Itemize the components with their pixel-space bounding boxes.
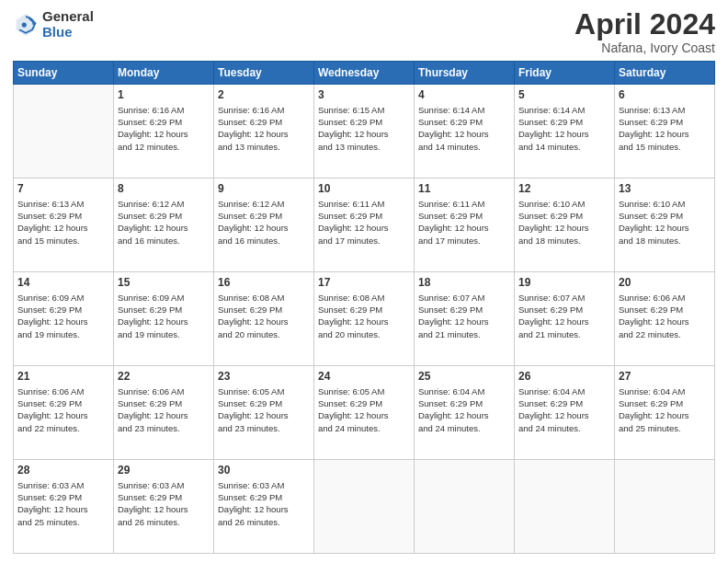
day-info: Sunrise: 6:12 AM Sunset: 6:29 PM Dayligh…: [218, 198, 310, 247]
day-number: 28: [17, 463, 109, 478]
calendar-body: 1Sunrise: 6:16 AM Sunset: 6:29 PM Daylig…: [14, 85, 715, 554]
day-number: 17: [318, 275, 410, 291]
calendar-table: SundayMondayTuesdayWednesdayThursdayFrid…: [13, 61, 715, 554]
week-row-0: 1Sunrise: 6:16 AM Sunset: 6:29 PM Daylig…: [14, 85, 715, 178]
calendar-cell: 28Sunrise: 6:03 AM Sunset: 6:29 PM Dayli…: [14, 460, 114, 554]
calendar-cell: 10Sunrise: 6:11 AM Sunset: 6:29 PM Dayli…: [314, 178, 415, 272]
header: General Blue April 2024 Nafana, Ivory Co…: [13, 9, 715, 55]
title-block: April 2024 Nafana, Ivory Coast: [574, 9, 715, 55]
day-number: 23: [218, 369, 310, 385]
day-number: 15: [118, 275, 210, 291]
calendar-cell: 6Sunrise: 6:13 AM Sunset: 6:29 PM Daylig…: [615, 85, 715, 178]
day-info: Sunrise: 6:05 AM Sunset: 6:29 PM Dayligh…: [218, 385, 310, 434]
logo-blue-text: Blue: [42, 25, 94, 40]
day-number: 12: [518, 181, 610, 197]
day-info: Sunrise: 6:09 AM Sunset: 6:29 PM Dayligh…: [118, 292, 210, 340]
calendar-cell: 13Sunrise: 6:10 AM Sunset: 6:29 PM Dayli…: [615, 178, 715, 272]
calendar-cell: 26Sunrise: 6:04 AM Sunset: 6:29 PM Dayli…: [515, 366, 615, 460]
week-row-4: 28Sunrise: 6:03 AM Sunset: 6:29 PM Dayli…: [14, 460, 715, 554]
day-info: Sunrise: 6:15 AM Sunset: 6:29 PM Dayligh…: [318, 104, 410, 153]
calendar-cell: 20Sunrise: 6:06 AM Sunset: 6:29 PM Dayli…: [615, 272, 715, 366]
day-number: 13: [619, 181, 711, 197]
day-info: Sunrise: 6:16 AM Sunset: 6:29 PM Dayligh…: [218, 104, 310, 153]
calendar-cell: 3Sunrise: 6:15 AM Sunset: 6:29 PM Daylig…: [314, 85, 415, 178]
weekday-sunday: Sunday: [14, 62, 114, 85]
day-number: 2: [218, 87, 310, 103]
calendar-cell: 5Sunrise: 6:14 AM Sunset: 6:29 PM Daylig…: [515, 85, 615, 178]
logo-icon: [13, 12, 39, 38]
weekday-thursday: Thursday: [415, 62, 515, 85]
day-info: Sunrise: 6:10 AM Sunset: 6:29 PM Dayligh…: [518, 198, 610, 247]
day-number: 21: [17, 369, 109, 385]
day-info: Sunrise: 6:08 AM Sunset: 6:29 PM Dayligh…: [218, 292, 310, 340]
day-info: Sunrise: 6:11 AM Sunset: 6:29 PM Dayligh…: [318, 198, 410, 247]
day-info: Sunrise: 6:13 AM Sunset: 6:29 PM Dayligh…: [17, 198, 109, 247]
day-number: 6: [619, 87, 711, 103]
day-number: 9: [218, 181, 310, 197]
logo-text: General Blue: [42, 9, 94, 40]
week-row-1: 7Sunrise: 6:13 AM Sunset: 6:29 PM Daylig…: [14, 178, 715, 272]
calendar-subtitle: Nafana, Ivory Coast: [574, 40, 715, 55]
svg-point-1: [22, 22, 27, 27]
day-info: Sunrise: 6:03 AM Sunset: 6:29 PM Dayligh…: [17, 479, 109, 528]
week-row-2: 14Sunrise: 6:09 AM Sunset: 6:29 PM Dayli…: [14, 272, 715, 366]
weekday-header-row: SundayMondayTuesdayWednesdayThursdayFrid…: [14, 62, 715, 85]
calendar-header: SundayMondayTuesdayWednesdayThursdayFrid…: [14, 62, 715, 85]
calendar-cell: 4Sunrise: 6:14 AM Sunset: 6:29 PM Daylig…: [415, 85, 515, 178]
logo-general-text: General: [42, 9, 94, 25]
day-number: 8: [118, 181, 210, 197]
page: General Blue April 2024 Nafana, Ivory Co…: [0, 0, 728, 563]
day-number: 30: [218, 463, 310, 478]
logo: General Blue: [13, 9, 94, 40]
day-info: Sunrise: 6:10 AM Sunset: 6:29 PM Dayligh…: [619, 198, 711, 247]
day-number: 10: [318, 181, 410, 197]
calendar-cell: 9Sunrise: 6:12 AM Sunset: 6:29 PM Daylig…: [214, 178, 314, 272]
calendar-cell: 25Sunrise: 6:04 AM Sunset: 6:29 PM Dayli…: [415, 366, 515, 460]
day-info: Sunrise: 6:03 AM Sunset: 6:29 PM Dayligh…: [118, 479, 210, 528]
day-number: 11: [418, 181, 510, 197]
day-info: Sunrise: 6:08 AM Sunset: 6:29 PM Dayligh…: [318, 292, 410, 340]
calendar-cell: 23Sunrise: 6:05 AM Sunset: 6:29 PM Dayli…: [214, 366, 314, 460]
day-info: Sunrise: 6:06 AM Sunset: 6:29 PM Dayligh…: [619, 292, 711, 340]
day-info: Sunrise: 6:04 AM Sunset: 6:29 PM Dayligh…: [518, 385, 610, 434]
day-info: Sunrise: 6:07 AM Sunset: 6:29 PM Dayligh…: [518, 292, 610, 340]
calendar-cell: 11Sunrise: 6:11 AM Sunset: 6:29 PM Dayli…: [415, 178, 515, 272]
calendar-cell: 21Sunrise: 6:06 AM Sunset: 6:29 PM Dayli…: [14, 366, 114, 460]
day-number: 25: [418, 369, 510, 385]
day-number: 27: [619, 369, 711, 385]
calendar-cell: 2Sunrise: 6:16 AM Sunset: 6:29 PM Daylig…: [214, 85, 314, 178]
day-info: Sunrise: 6:04 AM Sunset: 6:29 PM Dayligh…: [619, 385, 711, 434]
calendar-cell: 27Sunrise: 6:04 AM Sunset: 6:29 PM Dayli…: [615, 366, 715, 460]
day-number: 19: [518, 275, 610, 291]
calendar-cell: 15Sunrise: 6:09 AM Sunset: 6:29 PM Dayli…: [114, 272, 214, 366]
calendar-cell: 19Sunrise: 6:07 AM Sunset: 6:29 PM Dayli…: [515, 272, 615, 366]
day-info: Sunrise: 6:06 AM Sunset: 6:29 PM Dayligh…: [118, 385, 210, 434]
weekday-saturday: Saturday: [615, 62, 715, 85]
calendar-cell: [515, 460, 615, 554]
day-number: 24: [318, 369, 410, 385]
day-info: Sunrise: 6:14 AM Sunset: 6:29 PM Dayligh…: [518, 104, 610, 153]
weekday-monday: Monday: [114, 62, 214, 85]
day-number: 1: [118, 87, 210, 103]
calendar-cell: [615, 460, 715, 554]
day-info: Sunrise: 6:11 AM Sunset: 6:29 PM Dayligh…: [418, 198, 510, 247]
day-number: 16: [218, 275, 310, 291]
day-number: 29: [118, 463, 210, 478]
calendar-cell: 8Sunrise: 6:12 AM Sunset: 6:29 PM Daylig…: [114, 178, 214, 272]
day-number: 7: [17, 181, 109, 197]
day-info: Sunrise: 6:07 AM Sunset: 6:29 PM Dayligh…: [418, 292, 510, 340]
calendar-title: April 2024: [574, 9, 715, 39]
calendar-cell: 30Sunrise: 6:03 AM Sunset: 6:29 PM Dayli…: [214, 460, 314, 554]
day-info: Sunrise: 6:12 AM Sunset: 6:29 PM Dayligh…: [118, 198, 210, 247]
day-info: Sunrise: 6:14 AM Sunset: 6:29 PM Dayligh…: [418, 104, 510, 153]
day-info: Sunrise: 6:04 AM Sunset: 6:29 PM Dayligh…: [418, 385, 510, 434]
day-info: Sunrise: 6:05 AM Sunset: 6:29 PM Dayligh…: [318, 385, 410, 434]
day-number: 22: [118, 369, 210, 385]
calendar-cell: 18Sunrise: 6:07 AM Sunset: 6:29 PM Dayli…: [415, 272, 515, 366]
calendar-cell: 1Sunrise: 6:16 AM Sunset: 6:29 PM Daylig…: [114, 85, 214, 178]
calendar-cell: 7Sunrise: 6:13 AM Sunset: 6:29 PM Daylig…: [14, 178, 114, 272]
calendar-cell: [314, 460, 415, 554]
day-number: 5: [518, 87, 610, 103]
day-info: Sunrise: 6:16 AM Sunset: 6:29 PM Dayligh…: [118, 104, 210, 153]
weekday-friday: Friday: [515, 62, 615, 85]
